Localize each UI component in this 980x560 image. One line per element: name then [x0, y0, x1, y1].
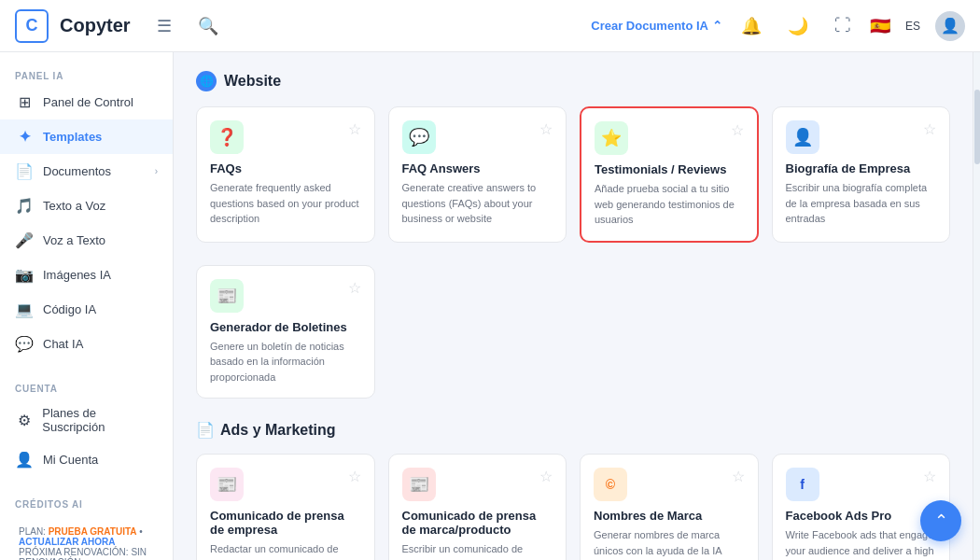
comunicado-empresa-title: Comunicado de prensa de empresa	[210, 509, 361, 537]
ads-icon: 📄	[196, 421, 215, 439]
testimonials-desc: Añade prueba social a tu sitio web gener…	[595, 181, 744, 228]
comunicado-marca-icon: 📰	[402, 468, 436, 501]
sidebar-item-codigo[interactable]: 💻 Código IA	[0, 292, 173, 327]
menu-icon[interactable]: ☰	[149, 12, 179, 40]
testimonials-card-icon: ⭐	[595, 121, 628, 155]
card-nombres-marca[interactable]: © ☆ Nombres de Marca Generar nombres de …	[580, 454, 759, 560]
card-comunicado-marca[interactable]: 📰 ☆ Comunicado de prensa de marca/produc…	[388, 454, 567, 560]
card-faqs[interactable]: ❓ ☆ FAQs Generate frequently asked quest…	[196, 106, 375, 243]
sidebar-item-texto-voz[interactable]: 🎵 Texto a Voz	[0, 189, 173, 223]
chevron-icon: ›	[155, 166, 158, 176]
comunicado-empresa-star-icon[interactable]: ☆	[348, 468, 361, 485]
facebook-ads-title: Facebook Ads Pro	[786, 509, 937, 523]
boletines-card-icon: 📰	[210, 279, 244, 313]
ads-section-header: 📄 Ads y Marketing	[196, 421, 950, 439]
ads-title-row: 📄 Ads y Marketing	[196, 421, 336, 439]
card-facebook-ads[interactable]: f ☆ Facebook Ads Pro Write Facebook ads …	[772, 454, 951, 560]
faq-answers-star-icon[interactable]: ☆	[539, 120, 553, 138]
faq-answers-desc: Generate creative answers to questions (…	[402, 180, 553, 227]
plan-box: PLAN: PRUEBA GRATUITA • ACTUALIZAR AHORA…	[11, 521, 161, 560]
card-top-boletines: 📰 ☆	[210, 279, 361, 313]
website-cards-grid: ❓ ☆ FAQs Generate frequently asked quest…	[196, 106, 950, 243]
card-faq-answers[interactable]: 💬 ☆ FAQ Answers Generate creative answer…	[388, 106, 567, 243]
comunicado-marca-title: Comunicado de prensa de marca/producto	[402, 509, 553, 537]
sidebar-item-imagenes[interactable]: 📷 Imágenes IA	[0, 258, 173, 292]
sidebar-item-chat[interactable]: 💬 Chat IA	[0, 327, 173, 361]
website-section-title: Website	[224, 73, 281, 90]
card-testimonials[interactable]: ⭐ ☆ Testimonials / Reviews Añade prueba …	[580, 106, 759, 243]
boletines-desc: Genere un boletín de noticias basado en …	[210, 339, 361, 385]
card-biografia[interactable]: 👤 ☆ Biografía de Empresa Escribir una bi…	[772, 106, 951, 243]
sidebar-item-label: Documentos	[43, 164, 111, 178]
website-icon: 🌐	[196, 71, 217, 91]
scrollbar-track[interactable]	[973, 52, 980, 560]
sidebar-item-label: Imágenes IA	[43, 268, 111, 282]
sidebar-item-planes[interactable]: ⚙ Planes de Suscripción	[0, 398, 173, 442]
sidebar-item-panel[interactable]: ⊞ Panel de Control	[0, 85, 173, 119]
sidebar-item-label: Chat IA	[43, 337, 83, 351]
templates-icon: ✦	[15, 128, 34, 146]
card-top-nombres-marca: © ☆	[594, 468, 745, 501]
language-label: ES	[905, 20, 920, 33]
boletines-star-icon[interactable]: ☆	[348, 279, 361, 297]
biografia-star-icon[interactable]: ☆	[923, 120, 936, 138]
ads-section-title: Ads y Marketing	[220, 422, 336, 439]
documentos-icon: 📄	[15, 162, 34, 180]
plan-name-link[interactable]: PRUEBA GRATUITA	[49, 526, 137, 537]
avatar[interactable]: 👤	[935, 11, 965, 41]
facebook-ads-star-icon[interactable]: ☆	[923, 468, 936, 485]
nombres-marca-icon: ©	[594, 468, 627, 501]
language-flag: 🇪🇸	[870, 16, 890, 36]
search-icon[interactable]: 🔍	[190, 12, 226, 40]
comunicado-empresa-icon: 📰	[210, 468, 244, 501]
sidebar-item-label: Planes de Suscripción	[42, 406, 158, 434]
header: C Copyter ☰ 🔍 Crear Documento IA ⌃ 🔔 🌙 ⛶…	[0, 0, 980, 52]
faqs-card-icon: ❓	[210, 120, 244, 154]
sidebar-item-label: Texto a Voz	[43, 199, 105, 213]
website-section-header: 🌐 Website	[196, 71, 950, 91]
comunicado-marca-star-icon[interactable]: ☆	[539, 468, 553, 485]
main-content: 🌐 Website ❓ ☆ FAQs Generate frequently a…	[174, 52, 973, 560]
card-boletines[interactable]: 📰 ☆ Generador de Boletines Genere un bol…	[196, 265, 375, 399]
crear-documento-button[interactable]: Crear Documento IA ⌃	[591, 19, 722, 33]
sidebar-item-voz-texto[interactable]: 🎤 Voz a Texto	[0, 223, 173, 258]
card-top-comunicado-empresa: 📰 ☆	[210, 468, 361, 501]
faq-answers-card-icon: 💬	[402, 120, 436, 154]
dark-mode-icon[interactable]: 🌙	[780, 12, 816, 40]
texto-voz-icon: 🎵	[15, 197, 34, 215]
facebook-ads-icon: f	[786, 468, 819, 501]
scrollbar-thumb[interactable]	[974, 90, 980, 164]
card-top-testimonials: ⭐ ☆	[595, 121, 744, 155]
plan-update-link[interactable]: ACTUALIZAR AHORA	[19, 537, 116, 547]
sidebar-item-documentos[interactable]: 📄 Documentos ›	[0, 154, 173, 189]
sidebar-item-label: Código IA	[43, 302, 96, 316]
comunicado-marca-desc: Escribir un comunicado de prensa de marc…	[402, 541, 553, 560]
sidebar-item-mi-cuenta[interactable]: 👤 Mi Cuenta	[0, 442, 173, 477]
plan-renewal-text: PRÓXIMA RENOVACIÓN: SIN RENOVACIÓN	[19, 547, 154, 560]
notifications-icon[interactable]: 🔔	[734, 12, 769, 40]
sidebar-item-label: Templates	[43, 130, 102, 144]
faqs-star-icon[interactable]: ☆	[348, 120, 361, 138]
biografia-card-icon: 👤	[786, 120, 819, 154]
sidebar-panel-label: PANEL IA	[0, 63, 173, 85]
nombres-marca-star-icon[interactable]: ☆	[732, 468, 745, 485]
planes-icon: ⚙	[15, 412, 33, 429]
mi-cuenta-icon: 👤	[15, 451, 34, 469]
sidebar-item-templates[interactable]: ✦ Templates	[0, 119, 173, 154]
card-comunicado-empresa[interactable]: 📰 ☆ Comunicado de prensa de empresa Reda…	[196, 454, 375, 560]
logo-icon: C	[15, 9, 49, 43]
sidebar-item-label: Voz a Texto	[43, 233, 105, 247]
testimonials-title: Testimonials / Reviews	[595, 162, 744, 176]
nombres-marca-desc: Generar nombres de marca únicos con la a…	[594, 527, 745, 558]
fab-button[interactable]: ⌃	[920, 500, 961, 541]
fullscreen-icon[interactable]: ⛶	[827, 12, 859, 39]
testimonials-star-icon[interactable]: ☆	[731, 121, 744, 139]
biografia-desc: Escribir una biografía completa de la em…	[786, 180, 937, 227]
sidebar-item-label: Mi Cuenta	[43, 453, 98, 467]
website-cards-row2: 📰 ☆ Generador de Boletines Genere un bol…	[196, 265, 950, 399]
chat-icon: 💬	[15, 335, 34, 353]
boletines-title: Generador de Boletines	[210, 320, 361, 334]
sidebar: PANEL IA ⊞ Panel de Control ✦ Templates …	[0, 52, 174, 560]
biografia-title: Biografía de Empresa	[786, 161, 937, 175]
comunicado-empresa-desc: Redactar un comunicado de prensa de empr…	[210, 541, 361, 560]
